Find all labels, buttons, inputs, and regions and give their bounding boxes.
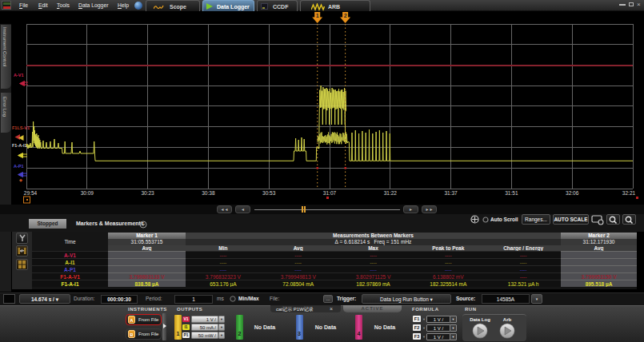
svg-text:1: 1 [316,13,319,18]
svg-text:2: 2 [344,13,347,18]
